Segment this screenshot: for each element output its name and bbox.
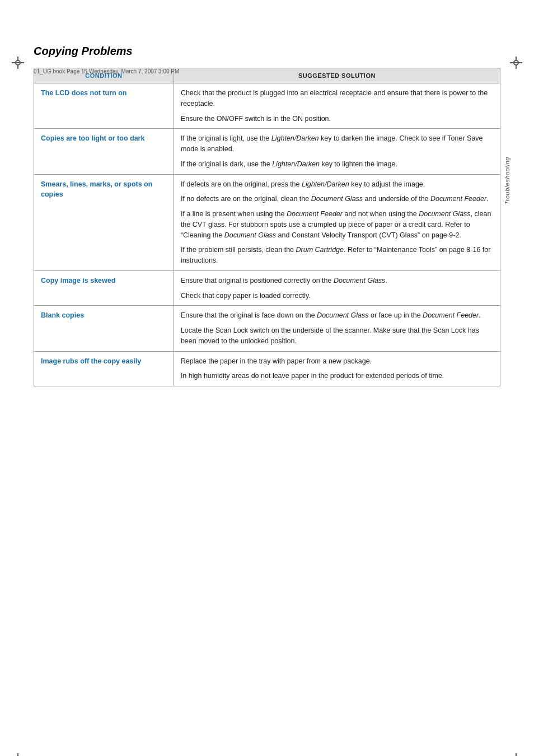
solution-text: If the original is light, use the Lighte…: [181, 133, 493, 155]
condition-cell: Image rubs off the copy easily: [34, 351, 174, 386]
solution-text: If defects are on the original, press th…: [181, 179, 493, 190]
solution-text: If the problem still persists, clean the…: [181, 245, 493, 266]
side-label: Troubleshooting: [504, 157, 510, 205]
table-row: Copy image is skewedEnsure that original…: [34, 270, 500, 306]
solution-cell: Ensure that the original is face down on…: [174, 306, 500, 351]
table-row: Copies are too light or too darkIf the o…: [34, 129, 500, 174]
condition-cell: Smears, lines, marks, or spots on copies: [34, 174, 174, 270]
solution-text: Check that the product is plugged into a…: [181, 88, 493, 109]
corner-mark-br: [508, 752, 524, 756]
col-solution-header: SUGGESTED SOLUTION: [174, 68, 500, 83]
main-content: Copying Problems CONDITION SUGGESTED SOL…: [34, 45, 500, 386]
solution-cell: Replace the paper in the tray with paper…: [174, 351, 500, 386]
corner-mark-bl: [10, 752, 26, 756]
solution-text: If the original is dark, use the Lighten…: [181, 159, 493, 170]
condition-cell: Copies are too light or too dark: [34, 129, 174, 174]
solution-cell: If defects are on the original, press th…: [174, 174, 500, 270]
file-info: 01_UG.book Page 15 Wednesday, March 7, 2…: [34, 68, 179, 74]
table-row: Smears, lines, marks, or spots on copies…: [34, 174, 500, 270]
solution-text: Locate the Scan Lock switch on the under…: [181, 325, 493, 347]
solution-text: Ensure the ON/OFF switch is in the ON po…: [181, 114, 493, 124]
solution-text: If a line is present when using the Docu…: [181, 209, 493, 240]
solution-cell: If the original is light, use the Lighte…: [174, 129, 500, 174]
condition-cell: Copy image is skewed: [34, 270, 174, 306]
corner-mark-tl: [10, 55, 26, 71]
page-wrapper: 01_UG.book Page 15 Wednesday, March 7, 2…: [0, 45, 534, 756]
table-row: Image rubs off the copy easilyReplace th…: [34, 351, 500, 386]
condition-cell: The LCD does not turn on: [34, 83, 174, 129]
solution-cell: Ensure that original is positioned corre…: [174, 270, 500, 306]
table-row: The LCD does not turn onCheck that the p…: [34, 83, 500, 129]
solution-text: Check that copy paper is loaded correctl…: [181, 291, 493, 301]
solution-text: Replace the paper in the tray with paper…: [181, 356, 493, 367]
solution-text: Ensure that original is positioned corre…: [181, 276, 493, 286]
corner-mark-tr: [508, 55, 524, 71]
solution-text: In high humidity areas do not leave pape…: [181, 371, 493, 381]
condition-cell: Blank copies: [34, 306, 174, 351]
solution-text: Ensure that the original is face down on…: [181, 310, 493, 321]
problems-table: CONDITION SUGGESTED SOLUTION The LCD doe…: [34, 68, 500, 386]
solution-cell: Check that the product is plugged into a…: [174, 83, 500, 129]
section-heading: Copying Problems: [34, 45, 500, 58]
table-row: Blank copiesEnsure that the original is …: [34, 306, 500, 351]
solution-text: If no defects are on the original, clean…: [181, 194, 493, 204]
